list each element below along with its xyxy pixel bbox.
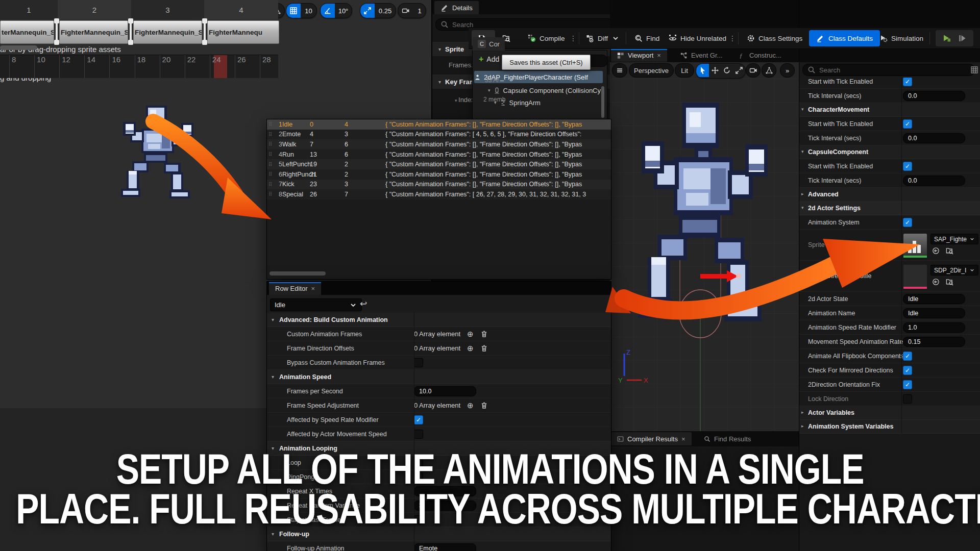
section-caret-icon[interactable]: ▾ [801,149,804,154]
keyframe-block[interactable]: FighterMannequin_S [59,20,128,44]
component-tree-item[interactable]: ▾Capsule Component (CollisionCy [488,84,603,96]
step-forward-icon[interactable] [958,34,966,42]
class-defaults-button[interactable]: Class Defaults [809,30,880,46]
text-field[interactable]: 0.0 [903,133,965,143]
vp-rotate-tool[interactable] [721,64,732,77]
camera-speed-button[interactable] [398,4,413,18]
checkbox[interactable] [903,394,912,404]
keyframe-resize-handle[interactable] [202,18,208,45]
row-drag-handle[interactable]: ⠿ [268,169,272,180]
more-tools-button[interactable]: » [780,63,795,78]
components-scrollbar[interactable] [601,86,604,118]
details-search-input[interactable]: Search [802,64,975,76]
keyframe-resize-handle[interactable] [54,18,60,45]
perspective-button[interactable]: Perspective [629,63,674,78]
rotation-snap-value[interactable]: 10° [335,4,352,18]
section-caret-icon[interactable]: ▾ [272,374,274,380]
column-divider[interactable] [901,74,902,434]
trash-icon[interactable] [480,330,488,338]
class-settings-button[interactable]: Class Settings [747,28,802,48]
section-caret-icon[interactable]: ▾ [801,205,804,210]
close-icon[interactable]: × [657,52,661,59]
row-drag-handle[interactable]: ⠿ [268,139,272,149]
text-field[interactable]: 1.0 [903,322,965,333]
lit-button[interactable]: Lit [675,63,694,78]
checkbox[interactable]: ✓ [903,380,912,389]
vp-select-tool[interactable] [696,64,709,77]
tab-sprite-details[interactable]: Details [434,1,479,14]
table-row[interactable]: ⠿5LeftPunch192{ "Custom Animation Frames… [267,159,611,169]
checkbox[interactable]: ✓ [903,352,912,361]
text-field[interactable]: Emote [414,543,476,551]
checkbox[interactable]: ✓ [903,119,912,129]
section-caret-icon[interactable]: ▾ [272,317,274,322]
row-drag-handle[interactable]: ⠿ [268,130,272,140]
row-drag-handle[interactable]: ⠿ [268,119,272,130]
checkbox[interactable]: ✓ [903,218,912,227]
tab-viewport[interactable]: Viewport× [611,49,667,62]
checkbox[interactable] [414,430,423,439]
row-selector-dropdown[interactable]: Idle [270,298,362,311]
trash-icon[interactable] [480,402,488,409]
keyframe-block[interactable]: terMannequin_S [0,20,54,44]
add-component-button[interactable]: + Add [479,55,499,64]
browse-asset-icon[interactable] [946,247,953,255]
asset-dropdown[interactable]: SAP_Fighte [930,234,978,244]
tab-event-gr-[interactable]: Event Gr... [674,49,728,62]
expand-caret-icon[interactable]: ▾ [488,88,491,93]
tab-construc-[interactable]: fConstruc... [732,49,788,62]
timeline-frame-column[interactable]: 4 [204,0,278,19]
hide-unrelated-options-button[interactable]: ⋮ [729,28,736,48]
text-field[interactable]: 0.0 [903,91,965,101]
keyframe-block[interactable]: FighterMannequin_S [133,20,202,44]
simulation-button[interactable]: Simulation [879,28,923,48]
grid-snap-toggle[interactable] [286,4,301,18]
table-row[interactable]: ⠿4Run136{ "Custom Animation Frames": [],… [267,149,611,160]
tab-find-results[interactable]: Find Results [698,432,757,445]
camera-speed-value[interactable]: 1 [413,4,426,18]
reset-row-button[interactable]: ↩ [360,298,367,309]
row-drag-handle[interactable]: ⠿ [268,159,272,169]
section-caret-icon[interactable]: ▸ [801,191,804,196]
timeline-ruler[interactable]: 810121416182022242628 [0,55,278,78]
close-icon[interactable]: × [681,435,685,443]
play-icon[interactable] [943,34,951,42]
snap-settings-button[interactable] [762,63,776,78]
row-drag-handle[interactable]: ⠿ [268,149,272,160]
tab-row-editor[interactable]: Row Editor × [269,282,321,295]
find-button[interactable]: Find [634,28,659,48]
table-row[interactable]: ⠿3Walk76{ "Custom Animation Frames": [],… [267,139,611,149]
timeline-frame-column[interactable]: 2 [58,0,131,19]
row-drag-handle[interactable]: ⠿ [268,189,272,199]
compile-button[interactable]: Compile [528,28,565,48]
text-field[interactable]: Idle [903,294,965,304]
diff-button[interactable]: Diff [586,28,620,48]
rotation-snap-toggle[interactable] [321,4,335,18]
use-selected-asset-icon[interactable] [932,278,940,286]
row-drag-handle[interactable]: ⠿ [268,180,272,190]
hide-unrelated-button[interactable]: Hide Unrelated [669,28,726,48]
vp-scale-tool[interactable] [732,64,745,77]
text-field[interactable]: 0.0 [903,176,965,186]
display-filter-icon[interactable] [970,66,978,74]
grid-snap-value[interactable]: 10 [301,4,316,18]
viewport-menu-button[interactable] [612,63,627,78]
table-row[interactable]: ⠿1Idle04{ "Custom Animation Frames": [],… [267,119,611,130]
tab-compiler-results[interactable]: Compiler Results× [611,432,692,445]
timeline-frame-column[interactable]: 1 [0,0,58,19]
close-icon[interactable]: × [311,285,315,292]
checkbox[interactable] [414,358,423,367]
keyframe-block[interactable]: FighterMannequ [207,20,279,44]
trash-icon[interactable] [480,344,488,352]
vp-move-tool[interactable] [709,64,721,77]
text-field[interactable]: Idle [903,308,965,318]
table-row[interactable]: ⠿7Kick233{ "Custom Animation Frames": []… [267,180,611,190]
scale-snap-value[interactable]: 0.25 [375,4,396,18]
compile-options-button[interactable]: ⋮ [570,28,577,48]
pie-chart-thumbnail[interactable]: undefined [903,264,927,289]
component-tree-item[interactable]: ▾SpringArm [494,96,603,109]
table-row[interactable]: ⠿8Special267{ "Custom Animation Frames":… [267,189,611,199]
checkbox[interactable]: ✓ [903,162,912,171]
data-table-hscrollbar[interactable] [270,271,326,276]
add-element-icon[interactable]: ⊕ [467,344,474,353]
